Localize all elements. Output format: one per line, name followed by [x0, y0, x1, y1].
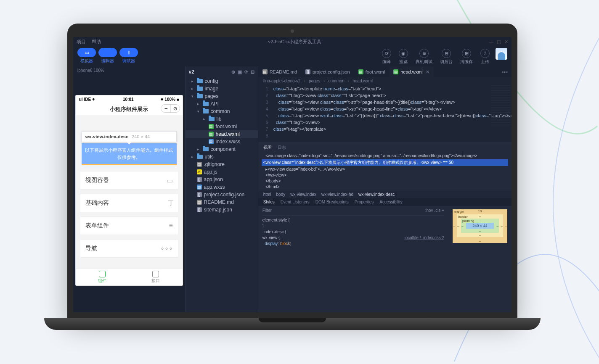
file-node[interactable]: ▤.gitignore: [186, 161, 258, 168]
window-controls[interactable]: — ▢ ✕: [489, 39, 508, 45]
app-header: 小程序组件展示 ••• ⊙: [76, 103, 183, 115]
file-node[interactable]: ▤README.md: [186, 198, 258, 206]
highlighted-element[interactable]: 以下将展示小程序官方组件能力。组件样式仅供参考。: [82, 143, 177, 165]
close-icon[interactable]: ✕: [504, 39, 508, 45]
folder-node[interactable]: ▾pages: [186, 92, 258, 100]
dom-tree[interactable]: <wx-image class="index-logo" src="../res…: [258, 152, 512, 191]
maximize-icon[interactable]: ▢: [497, 39, 501, 45]
close-tab-icon[interactable]: ✕: [426, 69, 429, 75]
action-icon: ⊟: [442, 49, 451, 58]
folder-node[interactable]: ▸config: [186, 77, 258, 85]
avatar[interactable]: [496, 48, 507, 60]
minimap[interactable]: [491, 85, 511, 127]
folder-icon: [197, 155, 203, 159]
filter-input[interactable]: Filter: [262, 208, 272, 214]
action-3[interactable]: ⊟切后台: [440, 49, 453, 65]
devtools-subtab[interactable]: DOM Breakpoints: [315, 200, 349, 204]
file-node[interactable]: {}project.config.json: [186, 191, 258, 198]
dom-breadcrumb[interactable]: htmlbodywx-view.indexwx-view.index-hdwx-…: [258, 191, 512, 198]
new-file-icon[interactable]: ⊕: [231, 69, 235, 75]
folder-node[interactable]: ▸lib: [186, 115, 258, 123]
file-explorer: v2 ⊕ ▣ ⟳ ⊟ ▸config▸image▾pages▸API▾commo…: [186, 66, 258, 312]
sim-menu-item[interactable]: 基础内容𝕋: [80, 194, 178, 212]
action-4[interactable]: ⊞清缓存: [460, 49, 473, 65]
sim-menu-item[interactable]: 导航∘∘∘: [80, 239, 178, 258]
file-icon: ▤: [209, 132, 214, 137]
new-folder-icon[interactable]: ▣: [238, 69, 242, 75]
file-node[interactable]: {}app.json: [186, 176, 258, 183]
collapse-icon[interactable]: ⊟: [251, 69, 254, 75]
phone-tab[interactable]: 组件: [76, 269, 129, 285]
devtools-subtab[interactable]: Event Listeners: [281, 200, 310, 204]
dom-crumb[interactable]: wx-view.index-desc: [358, 192, 395, 197]
file-node[interactable]: ▤index.wxss: [186, 138, 258, 145]
file-node[interactable]: JSapp.js: [186, 168, 258, 176]
file-icon: {}: [197, 192, 202, 197]
dom-line[interactable]: </wx-view>: [263, 172, 506, 178]
action-0[interactable]: ⟳编译: [382, 49, 391, 65]
folder-node[interactable]: ▸utils: [186, 153, 258, 161]
file-node[interactable]: ▤head.wxml: [186, 130, 258, 138]
phone-simulator[interactable]: ul IDE ᯤ 10:01 ⁕ 100% ■ 小程序组件展示 ••• ⊙: [76, 95, 183, 285]
refresh-icon[interactable]: ⟳: [244, 69, 248, 75]
mode-pill-0[interactable]: ▭: [77, 48, 96, 57]
folder-node[interactable]: ▾common: [186, 108, 258, 115]
devtools-tab-view[interactable]: 视图: [263, 145, 272, 150]
dom-line[interactable]: ▸<wx-view class="index-bd">…</wx-view>: [263, 166, 506, 172]
style-toggles[interactable]: :hov .cls +: [425, 208, 444, 214]
editor-tab[interactable]: ▤foot.wxml: [354, 66, 389, 77]
action-icon: ◉: [399, 49, 408, 58]
project-root[interactable]: v2: [189, 69, 194, 75]
sim-menu-item[interactable]: 表单组件≡: [80, 216, 178, 235]
minimize-icon[interactable]: —: [489, 39, 493, 45]
mode-pill-1[interactable]: [98, 48, 117, 57]
code-editor[interactable]: 1class="t-tag"><template name=class="t-s…: [258, 84, 512, 142]
capsule-buttons[interactable]: ••• ⊙: [161, 104, 180, 113]
styles-panel[interactable]: Filter:hov .cls +element.style {}.index-…: [258, 206, 448, 312]
action-5[interactable]: ⤴上传: [480, 49, 490, 65]
file-node[interactable]: {}sitemap.json: [186, 206, 258, 214]
devtools-subtab[interactable]: Properties: [355, 200, 374, 204]
capsule-close-icon[interactable]: ⊙: [170, 105, 180, 112]
folder-node[interactable]: ▸image: [186, 85, 258, 92]
toolbar: ▭模拟器编辑器⫴调试器 ⟳编译◉预览≋真机调试⊟切后台⊞清缓存⤴上传: [73, 46, 512, 66]
action-icon: ⤴: [480, 49, 490, 58]
dom-crumb[interactable]: wx-view.index-hd: [321, 192, 353, 197]
devtools-tab-log[interactable]: 日志: [278, 145, 286, 150]
mode-pill-2[interactable]: ⫴: [119, 48, 138, 57]
action-1[interactable]: ◉预览: [399, 49, 408, 65]
file-icon: {}: [197, 207, 202, 212]
breadcrumb[interactable]: fino-applet-demo-v2›pages›common›head.wx…: [258, 77, 512, 84]
editor-tab[interactable]: ▤head.wxml✕: [389, 66, 434, 77]
devtools-subtab[interactable]: Accessibility: [379, 200, 402, 204]
dom-crumb[interactable]: html: [263, 192, 271, 197]
dom-line[interactable]: </body>: [263, 178, 506, 184]
folder-node[interactable]: ▸component: [186, 145, 258, 153]
ide-window: 项目 帮助 v2-FinClip小程序开发工具 — ▢ ✕ ▭模拟器编辑器⫴调试…: [73, 37, 512, 312]
file-node[interactable]: ▤app.wxss: [186, 183, 258, 191]
dom-line[interactable]: <wx-view class="index-desc">以下将展示小程序官方组件…: [262, 159, 508, 166]
file-icon: ▤: [209, 124, 214, 129]
editor-tab[interactable]: ▤README.md: [258, 66, 301, 77]
menu-help[interactable]: 帮助: [92, 39, 101, 45]
box-model: margin10 ––– border– ––– padding– ––– 24…: [448, 206, 512, 312]
file-node[interactable]: ▤foot.wxml: [186, 123, 258, 130]
folder-icon: [197, 79, 203, 83]
devtools-subtab[interactable]: Styles: [263, 200, 275, 204]
file-icon: ▤: [197, 185, 202, 190]
folder-node[interactable]: ▸API: [186, 100, 258, 108]
action-2[interactable]: ≋真机调试: [416, 49, 432, 65]
dom-line[interactable]: <wx-image class="index-logo" src="../res…: [263, 153, 506, 159]
dom-crumb[interactable]: body: [276, 192, 286, 197]
sim-menu-item[interactable]: 视图容器▭: [80, 171, 178, 190]
phone-tab[interactable]: 接口: [129, 269, 183, 285]
device-info: iphone6 100%: [73, 66, 185, 74]
more-tabs-icon[interactable]: •••: [498, 69, 512, 74]
capsule-menu-icon[interactable]: •••: [161, 105, 170, 112]
mode-label: 模拟器: [80, 58, 93, 64]
menu-project[interactable]: 项目: [77, 39, 86, 45]
file-icon: ▤: [197, 162, 202, 167]
dom-crumb[interactable]: wx-view.index: [290, 192, 316, 197]
editor-tab[interactable]: {}project.config.json: [301, 66, 354, 77]
dom-line[interactable]: </html>: [263, 184, 506, 190]
